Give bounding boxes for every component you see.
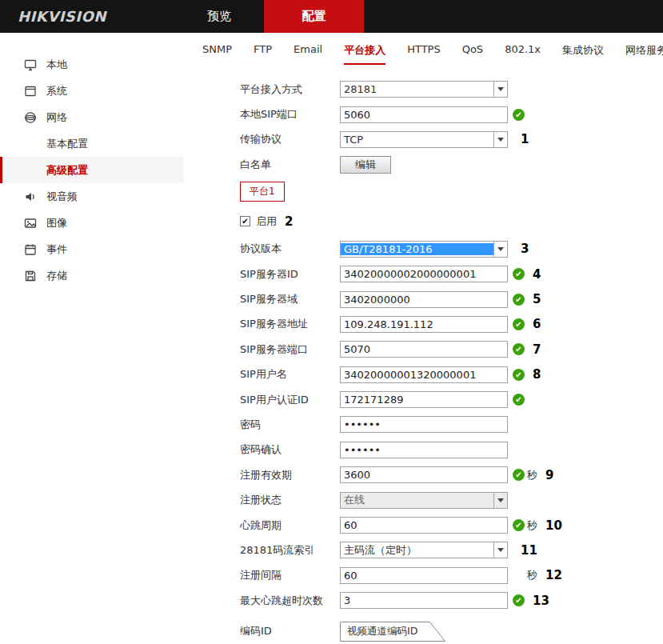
tab-platform-access[interactable]: 平台接入 [344, 43, 385, 65]
field-label: 协议版本 [240, 242, 340, 256]
platform-access-form: 平台接入方式 28181 本地SIP端口 ✔ 传输协议 TCP [195, 67, 663, 644]
row-reg-interval: 注册间隔 秒 12 [195, 563, 663, 588]
sidebar-item-image[interactable]: 图像 [0, 210, 184, 236]
calendar-icon [24, 243, 37, 256]
sidebar-item-local[interactable]: 本地 [0, 51, 184, 78]
sidebar-item-basic-config[interactable]: 基本配置 [0, 130, 184, 157]
transport-select[interactable]: TCP [340, 131, 508, 148]
nav-config[interactable]: 配置 [264, 0, 364, 33]
annotation-number: 7 [533, 342, 541, 357]
sip-server-domain-input[interactable] [340, 291, 508, 308]
main-layout: 本地 系统 网络 基本配置 高级配置 [0, 33, 663, 644]
registration-interval-input[interactable] [340, 567, 508, 584]
sip-server-port-input[interactable] [340, 341, 508, 358]
tab-network-service[interactable]: 网络服务 [625, 43, 663, 63]
tab-bar: SNMP FTP Email 平台接入 HTTPS QoS 802.1x 集成协… [202, 43, 663, 67]
heartbeat-interval-input[interactable] [340, 517, 508, 534]
row-sip-server-domain: SIP服务器域 ✔ 5 [195, 286, 663, 311]
hikvision-logo: HIKVISION [0, 0, 174, 33]
top-bar: HIKVISION 预览 配置 [0, 0, 663, 33]
sidebar-item-storage[interactable]: 存储 [0, 262, 184, 289]
sip-server-id-input[interactable] [340, 266, 508, 282]
valid-check-icon: ✔ [513, 343, 525, 355]
valid-check-icon: ✔ [513, 294, 525, 306]
tab-8021x[interactable]: 802.1x [505, 43, 541, 61]
field-label: SIP用户名 [240, 367, 340, 382]
field-label: 编码ID [240, 624, 340, 638]
field-label: 密码 [240, 418, 340, 432]
field-label: SIP服务器域 [240, 292, 340, 306]
row-access-mode: 平台接入方式 28181 [195, 77, 663, 102]
chevron-down-icon [493, 132, 507, 147]
sidebar-item-label: 存储 [46, 269, 67, 283]
tab-qos[interactable]: QoS [462, 43, 483, 61]
valid-check-icon: ✔ [513, 268, 525, 280]
sip-username-input[interactable] [340, 366, 508, 383]
annotation-number: 12 [545, 568, 562, 582]
row-encode-id: 编码ID 视频通道编码ID [195, 613, 663, 644]
valid-check-icon: ✔ [513, 369, 525, 381]
sidebar: 本地 系统 网络 基本配置 高级配置 [0, 33, 184, 644]
video-channel-encode-id-tab[interactable]: 视频通道编码ID [340, 622, 445, 642]
sidebar-item-system[interactable]: 系统 [0, 78, 184, 104]
local-sip-port-input[interactable] [340, 106, 508, 123]
annotation-number: 13 [533, 594, 549, 608]
access-mode-select[interactable]: 28181 [340, 81, 508, 98]
field-label: SIP服务器端口 [240, 342, 340, 357]
valid-check-icon: ✔ [513, 318, 525, 330]
row-local-sip-port: 本地SIP端口 ✔ [195, 102, 663, 126]
sip-auth-id-input[interactable] [340, 391, 508, 408]
annotation-number: 10 [545, 518, 562, 533]
row-sip-server-addr: SIP服务器地址 ✔ 6 [195, 312, 663, 337]
valid-check-icon: ✔ [513, 469, 525, 481]
valid-check-icon: ✔ [513, 519, 525, 531]
field-label: 28181码流索引 [240, 543, 340, 558]
nav-preview[interactable]: 预览 [174, 0, 264, 33]
annotation-number: 9 [545, 468, 553, 482]
protocol-version-select[interactable]: GB/T28181-2016 [340, 241, 508, 258]
annotation-number: 8 [533, 367, 541, 382]
annotation-number: 6 [533, 317, 541, 331]
valid-check-icon: ✔ [513, 109, 525, 121]
annotation-number: 5 [533, 292, 541, 306]
tab-label: 视频通道编码ID [347, 625, 417, 638]
sidebar-item-label: 基本配置 [46, 137, 88, 151]
field-label: 密码确认 [240, 442, 340, 457]
tab-snmp[interactable]: SNMP [202, 43, 232, 61]
sidebar-item-event[interactable]: 事件 [0, 236, 184, 262]
enable-checkbox[interactable]: ✔ [240, 216, 250, 226]
edit-button[interactable]: 编辑 [340, 156, 391, 174]
row-stream-index: 28181码流索引 主码流（定时） 11 [195, 538, 663, 562]
row-enable: ✔ 启用 2 [195, 206, 663, 237]
hikvision-config-page: HIKVISION 预览 配置 本地 系统 网络 [0, 0, 663, 644]
registration-validity-input[interactable] [340, 466, 508, 483]
row-sip-username: SIP用户名 ✔ 8 [195, 362, 663, 387]
sidebar-item-advanced-config[interactable]: 高级配置 [0, 157, 184, 183]
row-max-heartbeat-timeout: 最大心跳超时次数 ✔ 13 [195, 588, 663, 613]
platform1-tab[interactable]: 平台1 [240, 182, 285, 202]
annotation-number: 1 [521, 132, 529, 146]
stream-index-select[interactable]: 主码流（定时） [340, 542, 508, 558]
select-value: 主码流（定时） [341, 543, 493, 558]
sidebar-item-network[interactable]: 网络 [0, 104, 184, 130]
max-heartbeat-timeout-input[interactable] [340, 592, 508, 609]
tab-https[interactable]: HTTPS [407, 43, 441, 61]
field-label: 注册有效期 [240, 468, 340, 482]
tab-integration-protocol[interactable]: 集成协议 [562, 43, 604, 63]
sip-server-address-input[interactable] [340, 316, 508, 333]
field-label: 注册间隔 [240, 568, 340, 582]
field-label: 平台接入方式 [240, 82, 340, 97]
row-reg-validity: 注册有效期 ✔ 秒 9 [195, 462, 663, 487]
row-password: 密码 [195, 412, 663, 437]
select-value: TCP [341, 134, 493, 146]
select-value-highlighted: GB/T28181-2016 [341, 243, 493, 255]
tab-email[interactable]: Email [294, 43, 322, 61]
password-input[interactable] [340, 416, 508, 433]
row-reg-status: 注册状态 在线 [195, 487, 663, 512]
field-label: 注册状态 [240, 493, 340, 507]
chevron-down-icon [493, 493, 507, 508]
tab-ftp[interactable]: FTP [254, 43, 272, 61]
row-whitelist: 白名单 编辑 [195, 152, 663, 177]
sidebar-item-video-audio[interactable]: 视音频 [0, 183, 184, 210]
password-confirm-input[interactable] [340, 442, 508, 458]
